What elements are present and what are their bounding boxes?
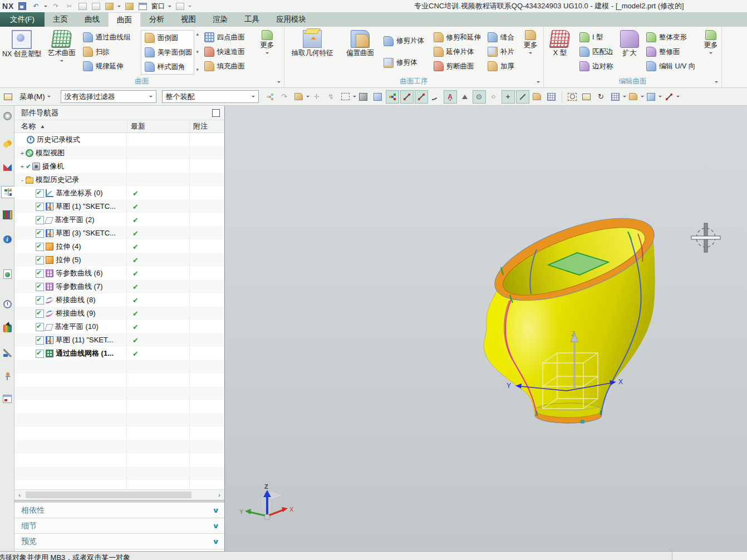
tree-item-model-history[interactable]: -模型历史记录 [14,173,224,186]
snap-midpoint-button[interactable] [415,90,428,104]
scroll-right-button[interactable]: › [214,490,224,499]
rectangle-select-button[interactable] [339,90,352,104]
feature-checkbox[interactable] [36,283,44,291]
ribbon-item-sweep[interactable]: 扫掠 [80,45,141,59]
snap-point-button[interactable] [292,90,306,104]
select-dropdown-arrow-icon[interactable] [353,96,356,99]
resource-settings-button[interactable] [2,110,13,121]
web-browser-button[interactable] [2,268,13,279]
materials-button[interactable] [2,323,13,334]
ribbon-item-art-surface[interactable]: 艺术曲面 [44,28,80,63]
part-navigator-button[interactable] [1,186,14,198]
tab-render[interactable]: 渲染 [204,12,236,27]
art-surface-dropdown-arrow-icon[interactable] [60,60,63,63]
window-menu-label[interactable]: 窗口 [151,2,165,11]
assembly-navigator-button[interactable] [2,138,13,149]
ribbon-item-extract-geometry[interactable]: 抽取几何特征 [284,28,340,57]
tab-tools[interactable]: 工具 [236,12,268,27]
feature-checkbox[interactable] [36,336,44,345]
system-scene-button[interactable] [2,393,13,404]
constraint-navigator-button[interactable] [2,161,13,173]
ribbon-item-patch[interactable]: 补片 [484,45,518,59]
shaded-dropdown-arrow-icon[interactable] [658,96,662,99]
ribbon-item-edit-uv[interactable]: 编辑 U/V 向 [643,59,699,73]
ribbon-item-rapid-surface[interactable]: 快速造面 [201,45,254,59]
graphics-viewport[interactable]: Z X Y Z [225,106,747,551]
wcs-origin-handle[interactable] [581,420,584,423]
feature-checkbox[interactable] [36,296,44,304]
selection-scope-combo[interactable]: 整个装配 [162,90,259,103]
collapse-toggle[interactable]: - [19,176,26,183]
tree-item-isocurve-6[interactable]: 等参数曲线 (6) ✔ [14,267,224,280]
feature-checkbox[interactable] [36,269,44,278]
window-layout-button[interactable] [609,90,622,104]
group-dialog-arrow-icon[interactable] [537,81,540,85]
column-header-name[interactable]: 名称 ▲ [14,121,127,131]
shaded-view-button[interactable] [645,90,658,104]
ribbon-item-enlarge[interactable]: 扩大 [616,28,643,57]
tree-item-bridge-curve-9[interactable]: 桥接曲线 (9) ✔ [14,307,224,320]
panel-dependencies[interactable]: 相依性 ∨ [14,503,224,518]
gallery-expand-button[interactable]: ▼ [195,68,200,72]
point-constructor-button[interactable]: ✛ [310,90,323,104]
scrollbar-thumb[interactable] [26,492,191,498]
ribbon-item-law-extend[interactable]: 规律延伸 [80,59,141,73]
ribbon-item-trim-sheet[interactable]: 修剪片体 [380,30,430,52]
history-button[interactable] [2,298,13,310]
ribbon-item-i-form[interactable]: I 型 [576,30,616,45]
tree-item-datum-csys[interactable]: 基准坐标系 (0) ✔ [14,186,224,200]
feature-checkbox[interactable] [36,350,44,358]
horizontal-scrollbar[interactable]: ‹ › [14,489,224,500]
tab-application[interactable]: 应用模块 [268,12,314,27]
tree-item-through-curve-mesh[interactable]: 通过曲线网格 (1... ✔ [14,347,224,360]
edit-surface-more-button[interactable]: 更多 [699,28,723,56]
snap-arc-center-button[interactable]: ⊙ [473,90,486,104]
layout-dropdown-arrow-icon[interactable] [623,96,626,99]
undock-panel-button[interactable] [212,109,220,117]
ribbon-item-styled-corner[interactable]: 样式圆角 [141,60,194,74]
ribbon-item-sew[interactable]: 缝合 [484,30,518,45]
chevron-down-icon[interactable]: ∨ [212,522,220,530]
ribbon-item-through-curves[interactable]: 通过曲线组 [80,30,141,45]
refresh-button[interactable]: ↻ [594,90,608,104]
feature-checkbox[interactable] [36,310,44,318]
feature-checkbox[interactable] [36,189,44,198]
clip-section-button[interactable] [662,90,676,104]
ribbon-item-edge-symmetry[interactable]: 边对称 [576,59,616,73]
tree-item-model-views[interactable]: +模型视图 [14,146,224,160]
tab-file[interactable]: 文件(F) [0,12,45,27]
sheet-body-filter-button[interactable] [371,90,385,104]
tab-home[interactable]: 主页 [45,12,76,27]
chevron-down-icon[interactable]: ∨ [212,507,220,514]
tab-curve[interactable]: 曲线 [76,12,108,27]
ribbon-item-trim-body[interactable]: 修剪体 [380,52,430,73]
scroll-left-button[interactable]: ‹ [14,490,24,499]
point-on-face-button[interactable] [530,90,544,104]
ribbon-item-extend-sheet[interactable]: 延伸片体 [430,45,485,59]
tab-analysis[interactable]: 分析 [141,12,173,27]
window-menu-button[interactable] [137,2,148,11]
zoom-fit-button[interactable] [566,90,579,104]
snap-dropdown-arrow-icon[interactable] [306,96,309,99]
tree-item-history-mode[interactable]: 历史记录模式 [14,133,224,146]
hd3d-tools-button[interactable] [2,234,13,245]
gallery-up-button[interactable]: ▲ [195,32,200,37]
snap-enable-button[interactable] [386,90,399,104]
tree-item-isocurve-7[interactable]: 等参数曲线 (7) ✔ [14,280,224,293]
snap-endpoint-button[interactable] [400,90,414,104]
snap-spline-point-button[interactable]: A̧ [444,90,457,104]
group-dialog-arrow-icon[interactable] [277,81,281,85]
snap-existing-point-button[interactable]: + [502,90,515,104]
customize-dropdown-arrow-icon[interactable] [188,6,191,9]
snap-quadrant-button[interactable]: ○ [487,90,500,104]
menu-button[interactable]: 菜单(M) [15,90,55,104]
ribbon-item-face-blend[interactable]: 面倒圆 [141,31,194,45]
repeat-dropdown-arrow-icon[interactable] [117,6,121,9]
column-header-latest[interactable]: 最新 [127,121,189,131]
cut-button[interactable]: ✂ [64,2,74,11]
tab-view[interactable]: 视图 [173,12,204,27]
ribbon-item-offset-surface[interactable]: 偏置曲面 [340,28,380,57]
ribbon-item-refit-face[interactable]: 整修面 [643,45,699,59]
feature-checkbox[interactable] [36,229,44,238]
ribbon-item-match-edge[interactable]: 匹配边 [576,45,616,59]
